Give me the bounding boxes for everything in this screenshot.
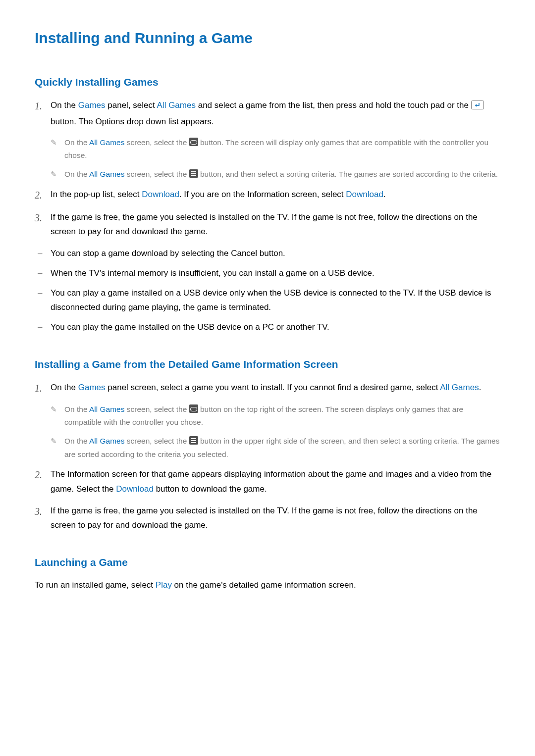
step-number: 2. — [35, 187, 51, 203]
pencil-icon: ✎ — [51, 168, 64, 181]
note-text: On the All Games screen, select the butt… — [64, 435, 500, 461]
step-number: 2. — [35, 467, 51, 483]
highlight-all-games: All Games — [89, 170, 125, 178]
section-launching: Launching a Game To run an installed gam… — [35, 556, 500, 593]
dash-icon: – — [35, 286, 51, 301]
text: on the game's detailed game information … — [172, 580, 356, 590]
pencil-icon: ✎ — [51, 403, 64, 416]
highlight-games: Games — [78, 101, 106, 110]
step-2: 2. The Information screen for that game … — [35, 467, 500, 497]
bullet-text: You can play a game installed on a USB d… — [51, 286, 500, 315]
step-3: 3. If the game is free, the game you sel… — [35, 210, 500, 240]
bullet-item: – You can play the game installed on the… — [35, 320, 500, 335]
bullet-text: When the TV's internal memory is insuffi… — [51, 266, 500, 281]
step-1: 1. On the Games panel, select All Games … — [35, 98, 500, 129]
step-text: On the Games panel screen, select a game… — [51, 380, 500, 395]
highlight-play: Play — [156, 580, 172, 590]
list-icon — [189, 436, 198, 445]
controller-icon — [189, 404, 198, 413]
step-number: 3. — [35, 504, 51, 519]
note-text: On the All Games screen, select the butt… — [64, 168, 500, 181]
svg-rect-0 — [471, 101, 483, 109]
highlight-all-games: All Games — [440, 383, 479, 392]
step-text: On the Games panel, select All Games and… — [51, 98, 500, 129]
section-quick-install: Quickly Installing Games 1. On the Games… — [35, 76, 500, 335]
note-text: On the All Games screen, select the butt… — [64, 403, 500, 429]
paragraph: To run an installed game, select Play on… — [35, 578, 500, 593]
highlight-all-games: All Games — [89, 405, 125, 413]
text: screen, select the — [124, 405, 189, 413]
highlight-all-games: All Games — [157, 101, 196, 110]
step-text: In the pop-up list, select Download. If … — [51, 187, 500, 202]
text: On the — [51, 101, 78, 110]
note-2a: ✎ On the All Games screen, select the bu… — [51, 403, 500, 429]
text: On the — [51, 383, 78, 392]
text: On the — [64, 170, 89, 178]
text: To run an installed game, select — [35, 580, 156, 590]
highlight-download: Download — [346, 190, 383, 199]
highlight-games: Games — [78, 383, 106, 392]
list-icon — [189, 169, 198, 178]
bullet-item: – You can stop a game download by select… — [35, 246, 500, 261]
text: panel screen, select a game you want to … — [106, 383, 440, 392]
step-2: 2. In the pop-up list, select Download. … — [35, 187, 500, 203]
dash-icon: – — [35, 320, 51, 335]
page-title: Installing and Running a Game — [35, 30, 500, 47]
controller-icon — [189, 138, 198, 146]
text: button to download the game. — [154, 484, 267, 494]
text: screen, select the — [124, 437, 189, 445]
text: In the pop-up list, select — [51, 190, 142, 199]
section-detailed-install: Installing a Game from the Detailed Game… — [35, 358, 500, 533]
note-1a: ✎ On the All Games screen, select the bu… — [51, 136, 500, 162]
enter-icon — [471, 100, 484, 114]
highlight-all-games: All Games — [89, 437, 125, 445]
text: and select a game from the list, then pr… — [196, 101, 471, 110]
dash-icon: – — [35, 246, 51, 261]
text: screen, select the — [124, 138, 189, 147]
section-heading: Launching a Game — [35, 556, 500, 568]
bullet-text: You can play the game installed on the U… — [51, 320, 500, 335]
text: button, and then select a sorting criter… — [198, 170, 498, 178]
text: On the — [64, 437, 89, 445]
text: . — [383, 190, 386, 199]
note-2b: ✎ On the All Games screen, select the bu… — [51, 435, 500, 461]
bullet-item: – You can play a game installed on a USB… — [35, 286, 500, 315]
step-number: 1. — [35, 380, 51, 396]
step-1: 1. On the Games panel screen, select a g… — [35, 380, 500, 396]
step-number: 3. — [35, 210, 51, 226]
bullet-item: – When the TV's internal memory is insuf… — [35, 266, 500, 281]
pencil-icon: ✎ — [51, 136, 64, 149]
highlight-download: Download — [142, 190, 179, 199]
highlight-download: Download — [116, 484, 154, 494]
section-heading: Quickly Installing Games — [35, 76, 500, 88]
text: . If you are on the Information screen, … — [179, 190, 346, 199]
text: panel, select — [106, 101, 157, 110]
dash-icon: – — [35, 266, 51, 281]
section-heading: Installing a Game from the Detailed Game… — [35, 358, 500, 370]
step-number: 1. — [35, 98, 51, 114]
step-text: If the game is free, the game you select… — [51, 210, 500, 240]
highlight-all-games: All Games — [89, 138, 125, 147]
text: screen, select the — [124, 170, 189, 178]
step-text: The Information screen for that game app… — [51, 467, 500, 497]
text: On the — [64, 138, 89, 147]
text: . — [479, 383, 482, 392]
step-3: 3. If the game is free, the game you sel… — [35, 504, 500, 533]
bullet-text: You can stop a game download by selectin… — [51, 246, 500, 261]
text: On the — [64, 405, 89, 413]
text: button. The Options drop down list appea… — [51, 117, 214, 126]
note-1b: ✎ On the All Games screen, select the bu… — [51, 168, 500, 181]
note-text: On the All Games screen, select the butt… — [64, 136, 500, 162]
step-text: If the game is free, the game you select… — [51, 504, 500, 533]
pencil-icon: ✎ — [51, 435, 64, 448]
